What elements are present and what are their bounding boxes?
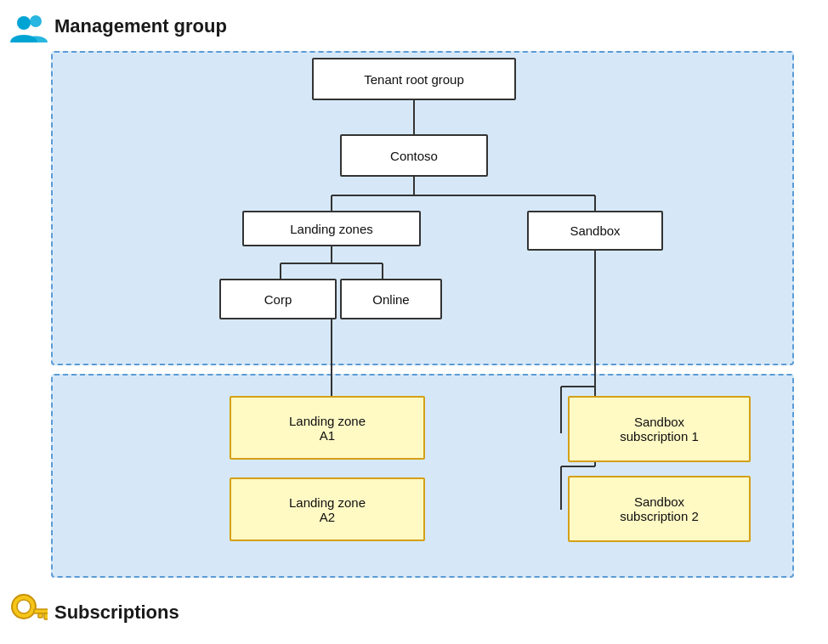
diagram-container: Management group Tenant root group [0, 0, 828, 644]
users-icon [10, 10, 48, 42]
tenant-root-node: Tenant root group [312, 58, 516, 100]
corp-node: Corp [219, 279, 337, 319]
landing-zones-node: Landing zones [242, 211, 421, 246]
key-icon [10, 593, 48, 632]
contoso-node: Contoso [340, 134, 488, 177]
svg-rect-23 [44, 613, 48, 619]
svg-point-0 [30, 15, 42, 27]
svg-point-1 [17, 16, 31, 30]
sandbox-sub1-node: Sandbox subscription 1 [568, 396, 751, 462]
subscriptions-footer: Subscriptions [10, 593, 179, 632]
management-group-header: Management group [10, 10, 227, 42]
svg-point-21 [17, 600, 31, 613]
sandbox-sub2-node: Sandbox subscription 2 [568, 476, 751, 542]
landing-zone-a1-node: Landing zone A1 [230, 396, 425, 460]
subscriptions-label: Subscriptions [54, 602, 179, 624]
online-node: Online [340, 279, 442, 319]
svg-rect-24 [38, 613, 43, 618]
management-group-label: Management group [54, 15, 227, 37]
landing-zone-a2-node: Landing zone A2 [230, 477, 425, 541]
sandbox-node: Sandbox [527, 211, 663, 251]
